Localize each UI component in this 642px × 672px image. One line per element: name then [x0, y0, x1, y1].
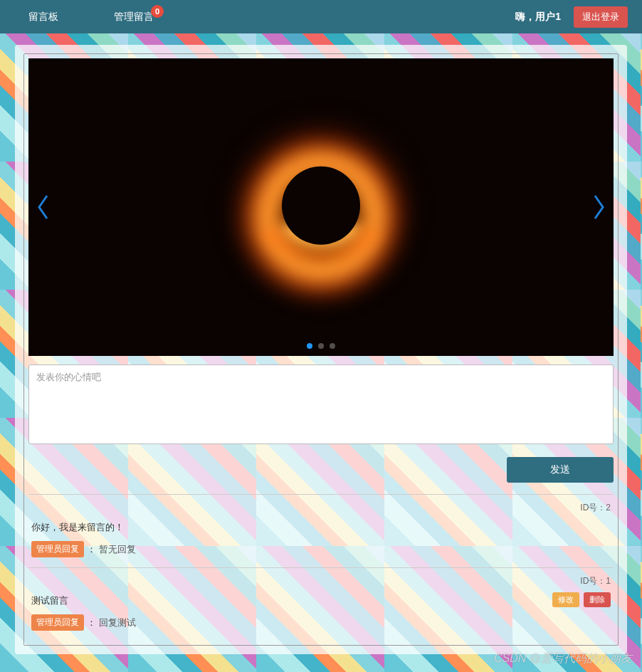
chevron-right-icon [591, 194, 606, 220]
compose-area: 发送 [28, 364, 614, 483]
nav-left: 留言板 管理留言 0 [28, 11, 154, 23]
notification-badge: 0 [151, 5, 164, 18]
nav-manage-link[interactable]: 管理留言 0 [114, 11, 154, 23]
reply-text: 暂无回复 [99, 543, 136, 556]
logout-button[interactable]: 退出登录 [574, 6, 628, 28]
greeting-text: 嗨，用户1 [515, 11, 561, 23]
carousel-image [228, 115, 414, 300]
edit-button[interactable]: 修改 [552, 592, 579, 607]
message-content: 测试留言 [31, 594, 611, 607]
carousel-dots [307, 343, 335, 349]
carousel-prev-button[interactable] [34, 191, 53, 223]
message-item: ID号：1 修改 删除 测试留言 管理员回复 ： 回复测试 [28, 567, 614, 641]
reply-row: 管理员回复 ： 暂无回复 [31, 541, 611, 557]
message-item: ID号：2 你好，我是来留言的！ 管理员回复 ： 暂无回复 [28, 494, 614, 567]
main-container: 发送 ID号：2 你好，我是来留言的！ 管理员回复 ： 暂无回复 ID号：1 [15, 45, 627, 654]
message-id: ID号：1 [31, 575, 611, 587]
panel: 发送 ID号：2 你好，我是来留言的！ 管理员回复 ： 暂无回复 ID号：1 [23, 53, 619, 646]
carousel-next-button[interactable] [589, 191, 608, 223]
send-row: 发送 [28, 457, 614, 483]
reply-row: 管理员回复 ： 回复测试 [31, 614, 611, 631]
navbar: 留言板 管理留言 0 嗨，用户1 退出登录 [0, 0, 642, 33]
chevron-left-icon [36, 194, 51, 220]
message-list: ID号：2 你好，我是来留言的！ 管理员回复 ： 暂无回复 ID号：1 修改 删… [28, 494, 614, 641]
reply-text: 回复测试 [99, 616, 136, 629]
watermark: CSDN @爱写代码的小朋友 [494, 651, 632, 666]
nav-right: 嗨，用户1 退出登录 [515, 6, 628, 28]
message-id: ID号：2 [31, 502, 611, 514]
admin-reply-label: 管理员回复 [31, 614, 84, 631]
nav-board-link[interactable]: 留言板 [28, 11, 58, 23]
reply-colon: ： [87, 616, 96, 629]
admin-reply-label: 管理员回复 [31, 541, 84, 557]
send-button[interactable]: 发送 [507, 457, 614, 483]
carousel-dot-2[interactable] [318, 343, 324, 349]
message-content: 你好，我是来留言的！ [31, 521, 611, 534]
reply-colon: ： [87, 543, 96, 556]
carousel-dot-1[interactable] [307, 343, 312, 349]
message-input[interactable] [28, 364, 614, 444]
carousel-dot-3[interactable] [330, 343, 335, 349]
nav-manage-label: 管理留言 [114, 11, 154, 22]
message-actions: 修改 删除 [552, 592, 611, 607]
image-carousel [28, 58, 614, 356]
delete-button[interactable]: 删除 [584, 592, 611, 607]
